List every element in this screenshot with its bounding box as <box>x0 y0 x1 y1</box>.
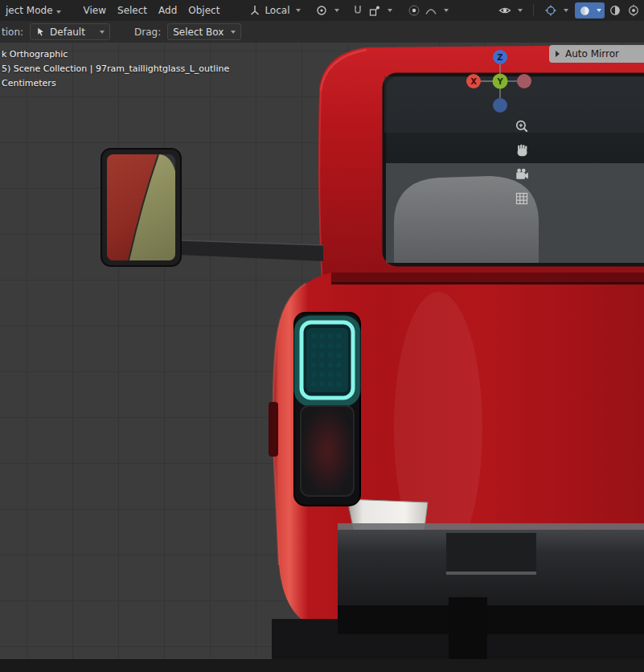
navigation-gizmo[interactable]: Z X Y <box>464 47 540 124</box>
status-bar <box>0 659 644 672</box>
proportional-editing-icon[interactable] <box>408 4 420 17</box>
drag-mode-label: Select Box <box>173 27 224 38</box>
mode-dropdown[interactable]: ject Mode <box>0 2 67 19</box>
chevron-down-icon <box>564 9 568 12</box>
mode-dropdown-label: ject Mode <box>6 5 53 16</box>
auto-mirror-panel-header[interactable]: Auto Mirror <box>549 45 644 63</box>
viewport-scene-truck[interactable] <box>0 43 644 659</box>
auto-mirror-label: Auto Mirror <box>565 48 619 59</box>
falloff-curve-icon <box>425 4 437 17</box>
gizmo-x-label: X <box>470 77 477 86</box>
chevron-down-icon <box>56 10 61 14</box>
chevron-down-icon <box>334 9 339 12</box>
bedside-slot <box>269 402 278 457</box>
menu-object[interactable]: Object <box>183 2 225 19</box>
chevron-down-icon <box>296 9 301 12</box>
chevron-down-icon <box>518 9 523 12</box>
drag-label: Drag: <box>133 27 161 38</box>
transform-orientation-dropdown[interactable]: Local <box>244 2 305 18</box>
gizmo-neg-x-axis[interactable] <box>517 74 531 88</box>
snap-target-dropdown[interactable] <box>364 2 396 18</box>
seat-headrest <box>394 176 539 263</box>
chevron-down-icon <box>597 9 601 12</box>
chevron-down-icon <box>100 31 105 34</box>
material-preview-icon[interactable] <box>607 4 623 17</box>
gizmo-icon <box>544 4 557 17</box>
collection-object-text: 5) Scene Collection | 97ram_taillightgla… <box>2 62 229 76</box>
preset-dropdown[interactable]: Default <box>30 23 110 40</box>
menu-select[interactable]: Select <box>112 2 153 19</box>
header-menu-bar: ject Mode View Select Add Object Local <box>0 0 644 22</box>
smoked-lens <box>301 406 354 496</box>
menu-add[interactable]: Add <box>153 2 183 19</box>
orientation-axis-icon <box>248 4 261 17</box>
camera-view-button[interactable] <box>515 167 529 182</box>
menu-view[interactable]: View <box>78 2 112 19</box>
separator <box>533 4 534 17</box>
zoom-button[interactable] <box>515 119 529 133</box>
rendered-view-icon[interactable] <box>626 4 642 17</box>
orientation-label: Local <box>265 5 289 16</box>
chevron-down-icon <box>231 31 236 34</box>
shading-solid-button[interactable] <box>575 2 605 18</box>
viewport-overlay-text: k Orthographic 5) Scene Collection | 97r… <box>2 47 229 91</box>
snap-target-icon <box>368 4 381 17</box>
gizmo-neg-z-axis[interactable] <box>493 98 507 113</box>
led-taillight[interactable] <box>294 313 360 506</box>
chevron-down-icon <box>388 9 392 12</box>
expand-arrow-icon <box>556 51 560 57</box>
visibility-dropdown[interactable] <box>494 2 527 18</box>
gizmo-y-label: Y <box>496 77 503 86</box>
chevron-down-icon <box>444 9 449 12</box>
preset-label: Default <box>50 27 92 38</box>
side-mirror[interactable] <box>101 149 323 266</box>
pivot-point-dropdown[interactable] <box>311 2 343 18</box>
shading-sphere-icon <box>578 4 591 17</box>
gizmo-z-label: Z <box>497 53 502 62</box>
trailer-hitch <box>449 597 487 659</box>
drag-mode-dropdown[interactable]: Select Box <box>167 23 241 40</box>
3d-viewport[interactable]: k Orthographic 5) Scene Collection | 97r… <box>0 43 644 659</box>
toggle-grid-button[interactable] <box>515 191 529 206</box>
led-dot-grid <box>310 331 345 389</box>
eye-icon <box>498 4 511 17</box>
header-right-icons <box>494 2 644 18</box>
magnet-icon[interactable] <box>351 4 364 17</box>
cursor-tool-icon <box>35 27 46 37</box>
units-text: Centimeters <box>2 76 229 91</box>
pan-hand-button[interactable] <box>515 143 529 158</box>
tool-settings-bar: tion: Default Drag: Select Box <box>0 21 644 43</box>
transform-label: tion: <box>0 27 23 38</box>
gizmos-dropdown[interactable] <box>540 2 572 18</box>
pivot-icon <box>315 4 328 17</box>
falloff-dropdown[interactable] <box>420 2 453 18</box>
blender-window: ject Mode View Select Add Object Local <box>0 0 644 672</box>
view-mode-text: k Orthographic <box>2 47 229 62</box>
